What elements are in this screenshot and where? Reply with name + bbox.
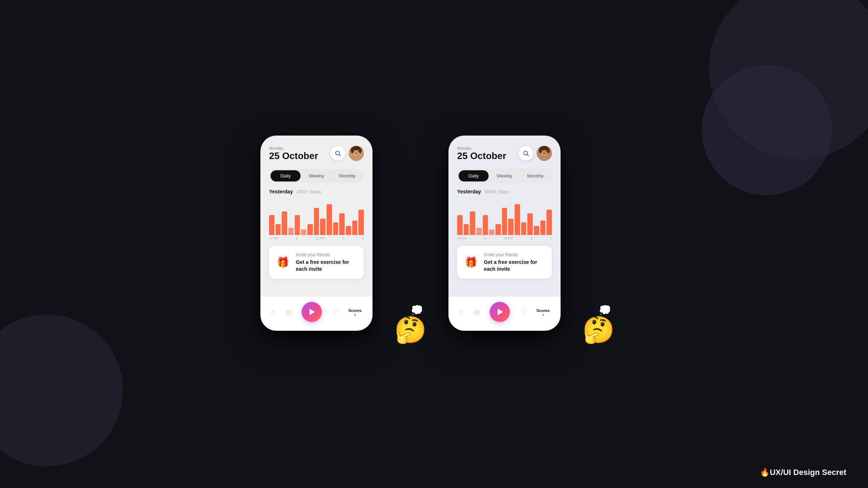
- phone-1-x-label-0: 12 AM: [269, 236, 278, 240]
- bar-7: [502, 208, 507, 235]
- phone-2-date-num: 25 October: [457, 151, 506, 161]
- bar-11: [339, 213, 345, 235]
- phone-1-header-icons: [331, 146, 364, 161]
- phone-1-tabs-bar: Daily Weekly Monthly: [269, 169, 364, 183]
- phone-2-nav-location[interactable]: ◎: [474, 308, 480, 316]
- bar-9: [515, 204, 520, 235]
- svg-line-11: [527, 155, 528, 156]
- phone-1-chart-section: Yesterday 3000+ Steps 12 AM 6 12 PM 6 2: [260, 189, 373, 246]
- phone-2-scores-dot: [542, 314, 544, 316]
- tab-daily-2[interactable]: Daily: [459, 170, 489, 181]
- phone-1-invite-icon: 🎁: [275, 254, 291, 270]
- bar-1: [276, 224, 281, 235]
- phone-2-date: Monday 25 October: [457, 146, 506, 161]
- phone-2-nav-home[interactable]: ⌂: [459, 308, 464, 316]
- phone-1-nav-location[interactable]: ◎: [286, 308, 292, 316]
- bar-8: [320, 219, 326, 235]
- phone-2-inner: Monday 25 October: [448, 136, 561, 330]
- phone-2-chart-header: Yesterday 3000+ Steps: [457, 189, 552, 194]
- tab-monthly-1[interactable]: Monthly: [332, 170, 362, 181]
- emoji-group-2: 💭 🤔: [582, 304, 615, 345]
- search-icon: [335, 150, 341, 157]
- emoji-group-1: 💭 🤔: [394, 304, 427, 345]
- tab-weekly-1[interactable]: Weekly: [301, 170, 331, 181]
- tab-monthly-2[interactable]: Monthly: [520, 170, 550, 181]
- heart-icon-2: ♡: [520, 308, 527, 316]
- location-icon: ◎: [286, 308, 292, 316]
- tab-daily-1[interactable]: Daily: [271, 170, 301, 181]
- svg-point-6: [358, 151, 359, 152]
- bar-5: [301, 230, 306, 235]
- phone-1-date-num: 25 October: [269, 151, 318, 161]
- search-icon-2: [523, 150, 529, 157]
- phone-2-avatar[interactable]: [537, 146, 552, 161]
- phone-2-bars-container: [457, 204, 552, 235]
- phone-1-chart-yesterday: Yesterday: [269, 189, 293, 194]
- phone-1-play-button[interactable]: [302, 302, 322, 322]
- phone-1-spacer: [260, 286, 373, 297]
- bar-13: [540, 221, 546, 235]
- bar-14: [546, 210, 552, 235]
- phone-2-x-label-4: 2: [550, 236, 552, 240]
- bar-2: [470, 211, 475, 235]
- phone-2-tabs-bar: Daily Weekly Monthly: [457, 169, 552, 183]
- phone-1-chart-steps: 3000+ Steps: [297, 189, 321, 194]
- phone-1-avatar[interactable]: [349, 146, 364, 161]
- phone-1-x-label-4: 2: [362, 236, 364, 240]
- phone-2-play-button[interactable]: [490, 302, 510, 322]
- phone-2-search-button[interactable]: [519, 146, 533, 160]
- phone-1-search-button[interactable]: [331, 146, 345, 160]
- bar-7: [314, 208, 319, 235]
- phone-1: Monday 25 October: [260, 136, 373, 330]
- bar-2: [282, 211, 287, 235]
- home-icon-2: ⌂: [459, 308, 464, 316]
- svg-line-1: [339, 155, 340, 156]
- bar-0: [269, 215, 275, 235]
- phone-2-invite-section: 🎁 Invite your friends Get a free exercis…: [448, 246, 561, 286]
- heart-icon: ♡: [332, 308, 339, 316]
- phone-2-invite-card[interactable]: 🎁 Invite your friends Get a free exercis…: [457, 246, 552, 278]
- phone-2-spacer: [448, 286, 561, 297]
- phone-1-invite-text: Invite your friends Get a free exercise …: [296, 252, 358, 272]
- bar-12: [534, 226, 539, 235]
- phone-1-x-label-1: 6: [296, 236, 298, 240]
- phone-1-invite-card[interactable]: 🎁 Invite your friends Get a free exercis…: [269, 246, 364, 278]
- bar-11: [527, 213, 533, 235]
- bar-14: [358, 210, 364, 235]
- phone-1-scores-dot: [354, 314, 356, 316]
- phone-1-nav-heart[interactable]: ♡: [332, 308, 339, 316]
- play-icon-2: [498, 309, 503, 315]
- phone-2-x-labels: 12 AM 6 12 PM 6 2: [457, 235, 552, 240]
- svg-point-16: [546, 151, 547, 152]
- phone-1-x-labels: 12 AM 6 12 PM 6 2: [269, 235, 364, 240]
- svg-point-15: [542, 151, 543, 152]
- svg-point-18: [539, 147, 542, 153]
- think-emoji-2: 🤔: [582, 314, 615, 345]
- phone-1-day: Monday: [269, 146, 318, 150]
- phone-2-header-icons: [519, 146, 552, 161]
- phone-2-scores-label: Scores: [536, 308, 550, 313]
- bar-6: [495, 224, 501, 235]
- bar-3: [288, 228, 294, 235]
- phone-2-invite-text: Invite your friends Get a free exercise …: [484, 252, 546, 272]
- phone-1-x-label-3: 6: [342, 236, 344, 240]
- phone-1-nav-scores[interactable]: Scores: [348, 308, 362, 316]
- phone-2-x-label-1: 6: [484, 236, 486, 240]
- bg-decoration-right-mid: [702, 65, 832, 195]
- phone-2-chart-yesterday: Yesterday: [457, 189, 481, 194]
- phone-1-inner: Monday 25 October: [260, 136, 373, 330]
- bar-4: [295, 215, 300, 235]
- phone-1-chart-header: Yesterday 3000+ Steps: [269, 189, 364, 194]
- bar-3: [476, 228, 482, 235]
- phone-2-invite-title: Invite your friends: [484, 252, 546, 257]
- phone-1-nav-home[interactable]: ⌂: [271, 308, 276, 316]
- tab-weekly-2[interactable]: Weekly: [489, 170, 519, 181]
- phone-2-nav-heart[interactable]: ♡: [520, 308, 527, 316]
- svg-point-8: [351, 147, 354, 153]
- phone-1-scores-label: Scores: [348, 308, 362, 313]
- bar-4: [483, 215, 488, 235]
- bg-decoration-left: [0, 314, 123, 466]
- bar-6: [307, 224, 313, 235]
- phone-2-nav-scores[interactable]: Scores: [536, 308, 550, 316]
- phone-1-x-label-2: 12 PM: [315, 236, 325, 240]
